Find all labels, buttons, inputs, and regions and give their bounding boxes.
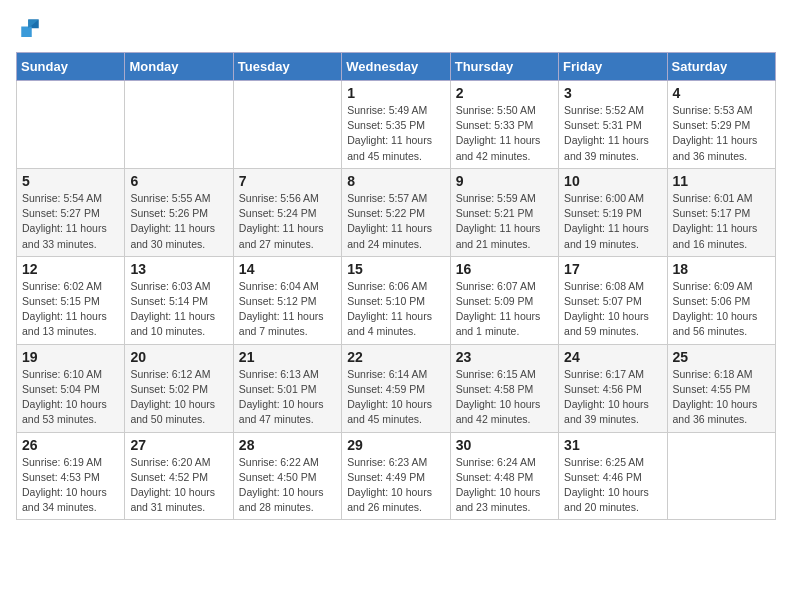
calendar-cell	[125, 81, 233, 169]
day-number: 12	[22, 261, 119, 277]
day-number: 9	[456, 173, 553, 189]
calendar-cell: 4Sunrise: 5:53 AM Sunset: 5:29 PM Daylig…	[667, 81, 775, 169]
calendar-cell: 9Sunrise: 5:59 AM Sunset: 5:21 PM Daylig…	[450, 168, 558, 256]
day-info: Sunrise: 6:03 AM Sunset: 5:14 PM Dayligh…	[130, 279, 227, 340]
calendar-cell: 2Sunrise: 5:50 AM Sunset: 5:33 PM Daylig…	[450, 81, 558, 169]
day-number: 11	[673, 173, 770, 189]
day-info: Sunrise: 6:06 AM Sunset: 5:10 PM Dayligh…	[347, 279, 444, 340]
day-info: Sunrise: 6:01 AM Sunset: 5:17 PM Dayligh…	[673, 191, 770, 252]
day-info: Sunrise: 6:13 AM Sunset: 5:01 PM Dayligh…	[239, 367, 336, 428]
day-info: Sunrise: 5:54 AM Sunset: 5:27 PM Dayligh…	[22, 191, 119, 252]
day-number: 22	[347, 349, 444, 365]
day-number: 21	[239, 349, 336, 365]
calendar-cell: 29Sunrise: 6:23 AM Sunset: 4:49 PM Dayli…	[342, 432, 450, 520]
day-info: Sunrise: 6:18 AM Sunset: 4:55 PM Dayligh…	[673, 367, 770, 428]
day-number: 6	[130, 173, 227, 189]
day-info: Sunrise: 6:20 AM Sunset: 4:52 PM Dayligh…	[130, 455, 227, 516]
day-number: 27	[130, 437, 227, 453]
calendar-cell: 21Sunrise: 6:13 AM Sunset: 5:01 PM Dayli…	[233, 344, 341, 432]
calendar-cell: 25Sunrise: 6:18 AM Sunset: 4:55 PM Dayli…	[667, 344, 775, 432]
weekday-header: Monday	[125, 53, 233, 81]
calendar-cell: 24Sunrise: 6:17 AM Sunset: 4:56 PM Dayli…	[559, 344, 667, 432]
day-number: 3	[564, 85, 661, 101]
day-number: 7	[239, 173, 336, 189]
calendar-cell: 28Sunrise: 6:22 AM Sunset: 4:50 PM Dayli…	[233, 432, 341, 520]
day-number: 24	[564, 349, 661, 365]
calendar-cell: 27Sunrise: 6:20 AM Sunset: 4:52 PM Dayli…	[125, 432, 233, 520]
day-info: Sunrise: 5:56 AM Sunset: 5:24 PM Dayligh…	[239, 191, 336, 252]
day-info: Sunrise: 6:12 AM Sunset: 5:02 PM Dayligh…	[130, 367, 227, 428]
day-info: Sunrise: 5:52 AM Sunset: 5:31 PM Dayligh…	[564, 103, 661, 164]
day-number: 29	[347, 437, 444, 453]
day-info: Sunrise: 6:07 AM Sunset: 5:09 PM Dayligh…	[456, 279, 553, 340]
calendar-cell	[233, 81, 341, 169]
calendar-week-row: 1Sunrise: 5:49 AM Sunset: 5:35 PM Daylig…	[17, 81, 776, 169]
day-number: 26	[22, 437, 119, 453]
calendar-cell: 14Sunrise: 6:04 AM Sunset: 5:12 PM Dayli…	[233, 256, 341, 344]
day-number: 1	[347, 85, 444, 101]
day-number: 5	[22, 173, 119, 189]
calendar-header: SundayMondayTuesdayWednesdayThursdayFrid…	[17, 53, 776, 81]
day-info: Sunrise: 6:14 AM Sunset: 4:59 PM Dayligh…	[347, 367, 444, 428]
day-number: 4	[673, 85, 770, 101]
day-number: 13	[130, 261, 227, 277]
calendar-cell: 7Sunrise: 5:56 AM Sunset: 5:24 PM Daylig…	[233, 168, 341, 256]
calendar-cell: 6Sunrise: 5:55 AM Sunset: 5:26 PM Daylig…	[125, 168, 233, 256]
calendar-cell: 8Sunrise: 5:57 AM Sunset: 5:22 PM Daylig…	[342, 168, 450, 256]
day-info: Sunrise: 6:25 AM Sunset: 4:46 PM Dayligh…	[564, 455, 661, 516]
day-info: Sunrise: 5:53 AM Sunset: 5:29 PM Dayligh…	[673, 103, 770, 164]
day-info: Sunrise: 6:17 AM Sunset: 4:56 PM Dayligh…	[564, 367, 661, 428]
day-number: 16	[456, 261, 553, 277]
day-info: Sunrise: 5:49 AM Sunset: 5:35 PM Dayligh…	[347, 103, 444, 164]
day-info: Sunrise: 6:00 AM Sunset: 5:19 PM Dayligh…	[564, 191, 661, 252]
day-number: 31	[564, 437, 661, 453]
day-info: Sunrise: 6:19 AM Sunset: 4:53 PM Dayligh…	[22, 455, 119, 516]
calendar-cell: 5Sunrise: 5:54 AM Sunset: 5:27 PM Daylig…	[17, 168, 125, 256]
calendar-cell: 23Sunrise: 6:15 AM Sunset: 4:58 PM Dayli…	[450, 344, 558, 432]
day-number: 19	[22, 349, 119, 365]
day-info: Sunrise: 5:50 AM Sunset: 5:33 PM Dayligh…	[456, 103, 553, 164]
day-number: 14	[239, 261, 336, 277]
calendar-cell: 20Sunrise: 6:12 AM Sunset: 5:02 PM Dayli…	[125, 344, 233, 432]
weekday-header: Sunday	[17, 53, 125, 81]
calendar-table: SundayMondayTuesdayWednesdayThursdayFrid…	[16, 52, 776, 520]
weekday-header: Tuesday	[233, 53, 341, 81]
day-info: Sunrise: 5:55 AM Sunset: 5:26 PM Dayligh…	[130, 191, 227, 252]
calendar-cell: 30Sunrise: 6:24 AM Sunset: 4:48 PM Dayli…	[450, 432, 558, 520]
weekday-header: Thursday	[450, 53, 558, 81]
day-info: Sunrise: 5:57 AM Sunset: 5:22 PM Dayligh…	[347, 191, 444, 252]
calendar-cell	[667, 432, 775, 520]
logo-icon	[16, 16, 44, 44]
day-info: Sunrise: 6:15 AM Sunset: 4:58 PM Dayligh…	[456, 367, 553, 428]
calendar-cell: 26Sunrise: 6:19 AM Sunset: 4:53 PM Dayli…	[17, 432, 125, 520]
calendar-cell: 22Sunrise: 6:14 AM Sunset: 4:59 PM Dayli…	[342, 344, 450, 432]
calendar-cell: 18Sunrise: 6:09 AM Sunset: 5:06 PM Dayli…	[667, 256, 775, 344]
calendar-cell: 16Sunrise: 6:07 AM Sunset: 5:09 PM Dayli…	[450, 256, 558, 344]
svg-marker-1	[21, 27, 32, 38]
day-number: 17	[564, 261, 661, 277]
calendar-cell: 11Sunrise: 6:01 AM Sunset: 5:17 PM Dayli…	[667, 168, 775, 256]
calendar-cell: 3Sunrise: 5:52 AM Sunset: 5:31 PM Daylig…	[559, 81, 667, 169]
weekday-header: Wednesday	[342, 53, 450, 81]
day-number: 15	[347, 261, 444, 277]
calendar-cell: 13Sunrise: 6:03 AM Sunset: 5:14 PM Dayli…	[125, 256, 233, 344]
calendar-cell: 31Sunrise: 6:25 AM Sunset: 4:46 PM Dayli…	[559, 432, 667, 520]
day-number: 10	[564, 173, 661, 189]
day-info: Sunrise: 5:59 AM Sunset: 5:21 PM Dayligh…	[456, 191, 553, 252]
day-info: Sunrise: 6:10 AM Sunset: 5:04 PM Dayligh…	[22, 367, 119, 428]
day-number: 20	[130, 349, 227, 365]
calendar-week-row: 26Sunrise: 6:19 AM Sunset: 4:53 PM Dayli…	[17, 432, 776, 520]
calendar-cell: 19Sunrise: 6:10 AM Sunset: 5:04 PM Dayli…	[17, 344, 125, 432]
weekday-header: Saturday	[667, 53, 775, 81]
day-info: Sunrise: 6:02 AM Sunset: 5:15 PM Dayligh…	[22, 279, 119, 340]
day-number: 23	[456, 349, 553, 365]
day-info: Sunrise: 6:04 AM Sunset: 5:12 PM Dayligh…	[239, 279, 336, 340]
day-number: 28	[239, 437, 336, 453]
weekday-header: Friday	[559, 53, 667, 81]
day-number: 25	[673, 349, 770, 365]
calendar-cell: 17Sunrise: 6:08 AM Sunset: 5:07 PM Dayli…	[559, 256, 667, 344]
day-number: 18	[673, 261, 770, 277]
calendar-cell: 15Sunrise: 6:06 AM Sunset: 5:10 PM Dayli…	[342, 256, 450, 344]
calendar-cell: 1Sunrise: 5:49 AM Sunset: 5:35 PM Daylig…	[342, 81, 450, 169]
calendar-cell: 12Sunrise: 6:02 AM Sunset: 5:15 PM Dayli…	[17, 256, 125, 344]
